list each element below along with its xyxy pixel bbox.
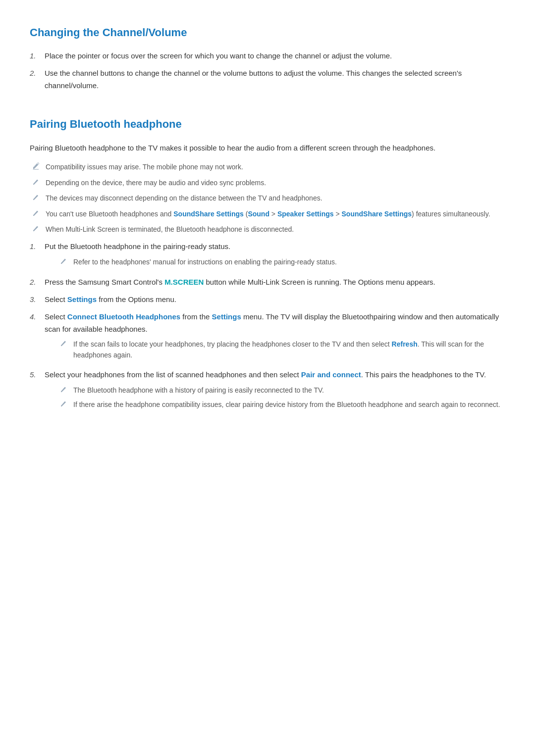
pair-connect-link: Pair and connect	[301, 370, 361, 379]
subnote-5-1: The Bluetooth headphone with a history o…	[59, 385, 505, 397]
refresh-link: Refresh	[392, 340, 418, 348]
pencil-icon	[59, 340, 69, 351]
step-num: 5.	[30, 369, 45, 381]
settings-link1: Settings	[67, 295, 97, 303]
step-text-1: Put the Bluetooth headphone in the pairi…	[45, 242, 230, 251]
pencil-icon	[32, 194, 42, 204]
section-channel-volume: Changing the Channel/Volume 1. Place the…	[30, 24, 505, 92]
step-1-1: 1. Place the pointer or focus over the s…	[30, 50, 505, 62]
note-item-2: Depending on the device, there may be au…	[30, 178, 505, 189]
pencil-icon	[32, 225, 42, 236]
note-text-5: When Multi-Link Screen is terminated, th…	[46, 224, 294, 235]
step-2-4: 4. Select Connect Bluetooth Headphones f…	[30, 311, 505, 364]
subnotes-5: The Bluetooth headphone with a history o…	[59, 385, 505, 411]
section1-steps: 1. Place the pointer or focus over the s…	[30, 50, 505, 92]
section2-intro: Pairing Bluetooth headphone to the TV ma…	[30, 142, 505, 154]
pencil-icon	[32, 162, 42, 173]
step-num: 2.	[30, 67, 45, 79]
subnote-1-1: Refer to the headphones' manual for inst…	[59, 257, 505, 268]
pencil-icon	[59, 257, 69, 268]
section2-steps: 1. Put the Bluetooth headphone in the pa…	[30, 241, 505, 414]
section2-title: Pairing Bluetooth headphone	[30, 115, 505, 133]
step-2-5: 5. Select your headphones from the list …	[30, 369, 505, 414]
soundshare-settings-link1: SoundShare Settings	[173, 210, 244, 218]
section-pairing-bluetooth: Pairing Bluetooth headphone Pairing Blue…	[30, 115, 505, 414]
step-text-3: Select Settings from the Options menu.	[45, 295, 176, 303]
step-2-3: 3. Select Settings from the Options menu…	[30, 294, 505, 306]
speaker-settings-link: Speaker Settings	[277, 210, 334, 218]
section2-notes: Compatibility issues may arise. The mobi…	[30, 162, 505, 236]
step-text-2: Press the Samsung Smart Control's M.SCRE…	[45, 278, 435, 286]
soundshare-settings-link2: SoundShare Settings	[342, 210, 412, 218]
pencil-icon	[32, 209, 42, 220]
pencil-icon	[59, 386, 69, 397]
step-content-2: Press the Samsung Smart Control's M.SCRE…	[45, 276, 505, 289]
step-content-1: Put the Bluetooth headphone in the pairi…	[45, 241, 505, 271]
step-num: 4.	[30, 311, 45, 323]
subnotes-1: Refer to the headphones' manual for inst…	[59, 257, 505, 268]
settings-link2: Settings	[212, 312, 241, 321]
subnote-text-5-2: If there arise the headphone compatibili…	[73, 400, 500, 410]
step-num: 1.	[30, 50, 45, 62]
mscreen-link: M.SCREEN	[164, 278, 204, 286]
section1-title: Changing the Channel/Volume	[30, 24, 505, 41]
sound-link: Sound	[248, 210, 269, 218]
subnote-text-4-1: If the scan fails to locate your headpho…	[73, 339, 505, 360]
subnotes-4: If the scan fails to locate your headpho…	[59, 339, 505, 360]
note-text-1: Compatibility issues may arise. The mobi…	[46, 162, 243, 173]
step-num: 3.	[30, 294, 45, 305]
step-content-5: Select your headphones from the list of …	[45, 369, 505, 414]
pencil-icon	[32, 178, 42, 189]
step-text-4: Select Connect Bluetooth Headphones from…	[45, 312, 499, 333]
step-2-1: 1. Put the Bluetooth headphone in the pa…	[30, 241, 505, 271]
note-text-4: You can't use Bluetooth headphones and S…	[46, 209, 490, 220]
step-text: Place the pointer or focus over the scre…	[45, 50, 505, 62]
note-item-1: Compatibility issues may arise. The mobi…	[30, 162, 505, 173]
note-text-2: Depending on the device, there may be au…	[46, 178, 266, 189]
note-item-3: The devices may disconnect depending on …	[30, 193, 505, 204]
connect-bt-headphones-link: Connect Bluetooth Headphones	[67, 312, 180, 321]
step-content-3: Select Settings from the Options menu.	[45, 294, 505, 306]
subnote-4-1: If the scan fails to locate your headpho…	[59, 339, 505, 360]
step-1-2: 2. Use the channel buttons to change the…	[30, 67, 505, 92]
note-item-5: When Multi-Link Screen is terminated, th…	[30, 224, 505, 236]
step-content-4: Select Connect Bluetooth Headphones from…	[45, 311, 505, 364]
subnote-text-1-1: Refer to the headphones' manual for inst…	[73, 257, 337, 268]
step-text: Use the channel buttons to change the ch…	[45, 67, 505, 92]
step-text-5: Select your headphones from the list of …	[45, 370, 486, 379]
note-item-4: You can't use Bluetooth headphones and S…	[30, 209, 505, 220]
note-text-3: The devices may disconnect depending on …	[46, 193, 322, 204]
pencil-icon	[59, 400, 69, 411]
subnote-text-5-1: The Bluetooth headphone with a history o…	[73, 385, 324, 396]
step-2-2: 2. Press the Samsung Smart Control's M.S…	[30, 276, 505, 289]
subnote-5-2: If there arise the headphone compatibili…	[59, 400, 505, 411]
step-num: 1.	[30, 241, 45, 252]
step-num: 2.	[30, 276, 45, 288]
